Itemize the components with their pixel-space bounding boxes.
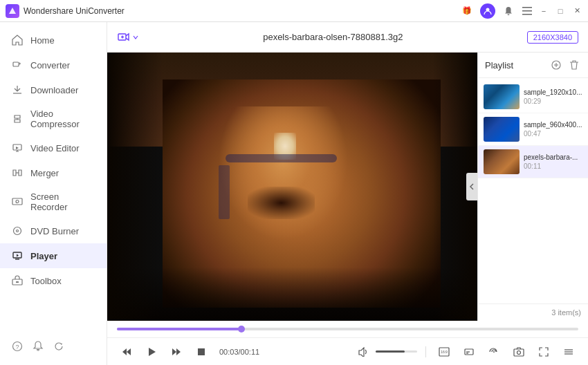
home-icon	[11, 34, 24, 46]
screen-recorder-icon	[11, 196, 24, 208]
compressor-icon	[11, 113, 24, 125]
svg-rect-2	[522, 7, 532, 8]
volume-slider[interactable]	[376, 350, 417, 353]
svg-point-35	[493, 351, 495, 353]
sidebar-item-downloader[interactable]: Downloader	[0, 77, 107, 102]
help-icon[interactable]: ?	[11, 340, 24, 353]
playlist-item[interactable]: sample_960x400... 00:47	[478, 113, 588, 146]
subtitle-button[interactable]	[459, 342, 479, 362]
refresh-icon[interactable]	[53, 340, 65, 353]
playlist-add-button[interactable]	[549, 58, 563, 72]
aspect-ratio-button[interactable]: 16:9	[434, 342, 454, 362]
sidebar-item-converter[interactable]: Converter	[0, 53, 107, 77]
sidebar-item-merger[interactable]: Merger	[0, 160, 107, 185]
merger-icon	[11, 167, 24, 179]
dropdown-arrow-icon	[132, 34, 139, 41]
main-layout: Home Converter Downloader Video Compress…	[0, 22, 588, 365]
playlist-thumbnail	[484, 117, 520, 142]
stop-button[interactable]	[192, 342, 211, 362]
sidebar-item-home[interactable]: Home	[0, 28, 107, 53]
play-button[interactable]	[142, 342, 161, 362]
sidebar-item-video-editor[interactable]: Video Editor	[0, 135, 107, 160]
volume-fill	[376, 350, 405, 353]
playlist-item-info: pexels-barbara-... 00:11	[524, 153, 582, 170]
svg-text:?: ?	[15, 344, 19, 350]
step-forward-button[interactable]	[167, 342, 186, 362]
svg-point-9	[16, 200, 19, 203]
svg-rect-15	[16, 281, 19, 283]
snapshot-button[interactable]	[509, 342, 529, 362]
add-media-button[interactable]	[117, 31, 139, 44]
sidebar: Home Converter Downloader Video Compress…	[0, 22, 107, 365]
svg-rect-4	[522, 14, 532, 15]
sidebar-item-dvd-burner[interactable]: DVD Burner	[0, 218, 107, 243]
video-player[interactable]	[107, 53, 477, 321]
rewind-button[interactable]	[117, 342, 136, 362]
sidebar-item-screen-recorder[interactable]: Screen Recorder	[0, 185, 107, 218]
downloader-icon	[11, 84, 24, 96]
time-display: 00:03/00:11	[219, 348, 259, 356]
svg-marker-26	[149, 348, 156, 356]
progress-area	[107, 321, 588, 337]
toolbox-icon	[11, 274, 24, 287]
svg-marker-27	[172, 348, 176, 355]
playlist-count: 3 item(s)	[478, 303, 588, 321]
player-icon	[11, 250, 24, 262]
file-name-label: pexels-barbara-olsen-7880881.3g2	[146, 32, 520, 42]
svg-rect-36	[514, 349, 524, 356]
playlist-item-info: sample_1920x10... 00:29	[524, 88, 582, 105]
playlist-item-duration: 00:11	[524, 162, 582, 170]
gift-icon[interactable]: 🎁	[459, 3, 475, 19]
playlist-title: Playlist	[485, 60, 513, 71]
volume-icon[interactable]	[353, 342, 373, 362]
playlist-item-name: sample_1920x10...	[524, 88, 582, 96]
svg-marker-28	[176, 348, 181, 355]
app-icon	[6, 4, 19, 18]
controls-bar: 00:03/00:11 16:9	[107, 337, 588, 365]
top-toolbar: pexels-barbara-olsen-7880881.3g2 2160X38…	[107, 22, 588, 53]
playlist-item-active[interactable]: pexels-barbara-... 00:11	[478, 146, 588, 178]
sidebar-bottom: ?	[0, 333, 107, 359]
playlist-item[interactable]: sample_1920x10... 00:29	[478, 81, 588, 113]
video-section: Playlist sample_1920x10...	[107, 53, 588, 321]
content-area: pexels-barbara-olsen-7880881.3g2 2160X38…	[107, 22, 588, 365]
title-bar-right: 🎁 − □ ✕	[459, 3, 582, 19]
playlist-item-duration: 00:29	[524, 97, 582, 105]
bell-icon[interactable]	[501, 3, 516, 19]
progress-thumb[interactable]	[238, 326, 245, 333]
playlist-collapse-button[interactable]	[466, 173, 477, 200]
dvd-burner-icon	[11, 225, 24, 237]
audio-track-button[interactable]	[484, 342, 504, 362]
playlist-header: Playlist	[478, 53, 588, 78]
playlist-delete-button[interactable]	[567, 58, 581, 72]
more-options-button[interactable]	[559, 342, 578, 362]
user-icon[interactable]	[480, 3, 495, 19]
svg-point-11	[17, 230, 19, 232]
playlist-item-name: pexels-barbara-...	[524, 153, 582, 161]
sidebar-item-toolbox[interactable]: Toolbox	[0, 268, 107, 293]
playlist-actions	[549, 58, 581, 72]
playlist-thumbnail	[484, 84, 520, 109]
video-editor-icon	[11, 142, 24, 154]
volume-control	[353, 342, 417, 362]
title-bar: Wondershare UniConverter 🎁 − □ ✕	[0, 0, 588, 22]
maximize-button[interactable]: □	[555, 6, 566, 17]
svg-point-37	[517, 350, 521, 354]
svg-text:16:9: 16:9	[441, 350, 448, 354]
notification-icon[interactable]	[32, 340, 44, 353]
title-bar-left: Wondershare UniConverter	[6, 4, 125, 18]
close-button[interactable]: ✕	[571, 6, 582, 17]
playlist-thumbnail	[484, 149, 520, 174]
playlist-item-info: sample_960x400... 00:47	[524, 121, 582, 138]
hamburger-menu-icon[interactable]	[522, 6, 533, 17]
sidebar-item-video-compressor[interactable]: Video Compressor	[0, 102, 107, 135]
progress-bar[interactable]	[117, 328, 578, 330]
svg-marker-24	[122, 348, 127, 355]
fullscreen-button[interactable]	[534, 342, 553, 362]
svg-rect-8	[12, 198, 22, 205]
sidebar-item-player[interactable]: Player	[0, 243, 107, 268]
minimize-button[interactable]: −	[538, 6, 549, 17]
playlist-item-duration: 00:47	[524, 130, 582, 138]
resolution-badge: 2160X3840	[527, 31, 578, 44]
svg-rect-5	[13, 62, 19, 66]
